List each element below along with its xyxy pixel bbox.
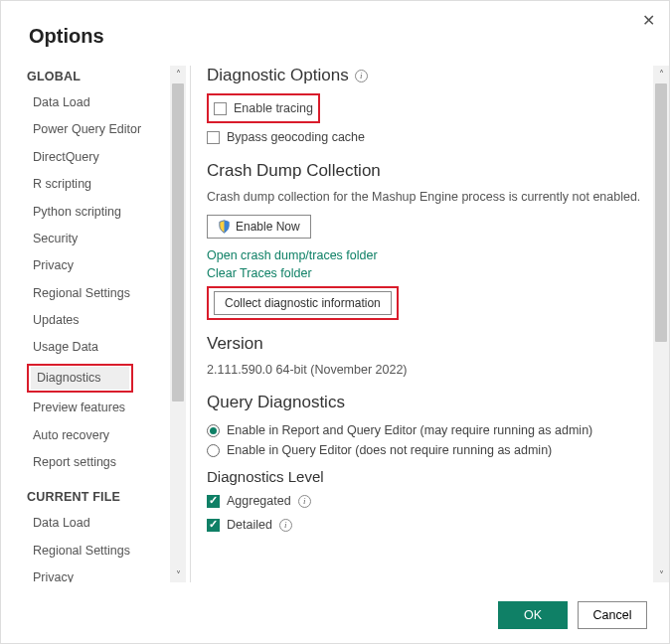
sidebar-item-cf-regional-settings[interactable]: Regional Settings	[19, 538, 164, 564]
section-version: Version	[207, 334, 645, 354]
checkbox-enable-tracing[interactable]: Enable tracing	[214, 98, 313, 118]
qdiag-opt2-label: Enable in Query Editor (does not require…	[227, 443, 552, 457]
checkbox-detailed[interactable]: Detailed i	[207, 515, 645, 535]
qdiag-opt1-label: Enable in Report and Query Editor (may r…	[227, 423, 592, 437]
chevron-up-icon[interactable]: ˄	[170, 66, 186, 81]
sidebar-header-current-file: CURRENT FILE	[19, 486, 164, 510]
section-diagnostics-level: Diagnostics Level	[207, 468, 645, 485]
sidebar-item-preview-features[interactable]: Preview features	[19, 395, 164, 421]
section-crash-dump: Crash Dump Collection	[207, 161, 645, 181]
sidebar-item-r-scripting[interactable]: R scripting	[19, 171, 164, 198]
info-icon[interactable]: i	[355, 70, 368, 82]
crash-dump-description: Crash dump collection for the Mashup Eng…	[207, 189, 645, 207]
close-icon[interactable]: ✕	[642, 11, 655, 30]
sidebar-item-python-scripting[interactable]: Python scripting	[19, 199, 164, 226]
sidebar-item-diagnostics[interactable]: Diagnostics	[31, 367, 129, 390]
info-icon[interactable]: i	[279, 519, 292, 532]
divider	[190, 66, 191, 582]
diagnostic-options-label: Diagnostic Options	[207, 66, 349, 85]
sidebar-item-auto-recovery[interactable]: Auto recovery	[19, 422, 164, 449]
chevron-up-icon[interactable]: ˄	[653, 66, 669, 81]
radio-enable-report-query[interactable]: Enable in Report and Query Editor (may r…	[207, 420, 645, 440]
collect-diagnostic-button[interactable]: Collect diagnostic information	[214, 291, 392, 315]
sidebar-item-privacy[interactable]: Privacy	[19, 252, 164, 279]
section-query-diagnostics: Query Diagnostics	[207, 393, 645, 412]
checkbox-icon	[207, 495, 220, 508]
sidebar-item-usage-data[interactable]: Usage Data	[19, 334, 164, 361]
version-value: 2.111.590.0 64-bit (November 2022)	[207, 362, 645, 380]
content-scrollbar[interactable]: ˄ ˅	[653, 66, 669, 582]
checkbox-aggregated[interactable]: Aggregated i	[207, 491, 645, 511]
scrollbar-thumb[interactable]	[172, 83, 184, 402]
radio-icon	[207, 424, 220, 437]
enable-tracing-label: Enable tracing	[234, 101, 313, 115]
sidebar-item-updates[interactable]: Updates	[19, 307, 164, 334]
sidebar-item-cf-privacy[interactable]: Privacy	[19, 564, 164, 582]
bypass-geocoding-label: Bypass geocoding cache	[227, 130, 365, 144]
chevron-down-icon[interactable]: ˅	[653, 566, 669, 582]
dialog-title: Options	[1, 1, 669, 66]
enable-now-button[interactable]: Enable Now	[207, 215, 311, 239]
sidebar-item-report-settings[interactable]: Report settings	[19, 449, 164, 476]
enable-now-label: Enable Now	[236, 220, 300, 234]
radio-enable-query-only[interactable]: Enable in Query Editor (does not require…	[207, 440, 645, 460]
sidebar-item-security[interactable]: Security	[19, 226, 164, 252]
detailed-label: Detailed	[227, 518, 272, 532]
info-icon[interactable]: i	[298, 495, 311, 508]
checkbox-icon	[207, 519, 220, 532]
checkbox-icon	[214, 102, 227, 115]
sidebar-item-regional-settings[interactable]: Regional Settings	[19, 280, 164, 307]
aggregated-label: Aggregated	[227, 494, 291, 508]
section-diagnostic-options: Diagnostic Options i	[207, 66, 645, 85]
sidebar-item-directquery[interactable]: DirectQuery	[19, 144, 164, 171]
sidebar-header-global: GLOBAL	[19, 66, 164, 89]
sidebar: GLOBAL Data Load Power Query Editor Dire…	[19, 66, 170, 582]
checkbox-bypass-geocoding[interactable]: Bypass geocoding cache	[207, 127, 645, 147]
link-clear-traces[interactable]: Clear Traces folder	[207, 264, 645, 282]
checkbox-icon	[207, 131, 220, 144]
chevron-down-icon[interactable]: ˅	[170, 566, 186, 582]
cancel-button[interactable]: Cancel	[578, 601, 647, 629]
collect-diagnostic-label: Collect diagnostic information	[225, 296, 381, 310]
sidebar-scrollbar[interactable]: ˄ ˅	[170, 66, 186, 582]
link-open-crash-folder[interactable]: Open crash dump/traces folder	[207, 246, 645, 264]
sidebar-item-power-query-editor[interactable]: Power Query Editor	[19, 116, 164, 143]
sidebar-item-data-load[interactable]: Data Load	[19, 89, 164, 116]
sidebar-item-cf-data-load[interactable]: Data Load	[19, 510, 164, 537]
scrollbar-thumb[interactable]	[655, 83, 667, 342]
ok-button[interactable]: OK	[498, 601, 568, 629]
shield-icon	[218, 220, 231, 234]
radio-icon	[207, 444, 220, 457]
content-pane: Diagnostic Options i Enable tracing Bypa…	[207, 66, 653, 582]
